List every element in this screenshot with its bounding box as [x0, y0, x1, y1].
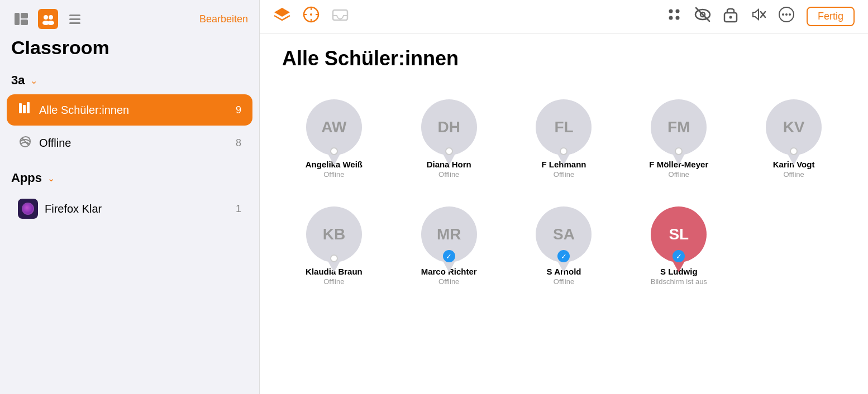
student-status: Offline: [438, 170, 459, 179]
sidebar-header: Bearbeiten: [0, 0, 259, 35]
svg-rect-10: [19, 103, 22, 113]
sidebar: Bearbeiten Classroom 3a ⌄ Alle Schüler:i…: [0, 0, 260, 394]
check-icon: ✓: [557, 250, 570, 262]
svg-point-35: [789, 13, 791, 16]
class-section-label: 3a: [11, 73, 25, 88]
main-panel: Fertig Alle Schüler:innen AWAngelika Wei…: [260, 0, 868, 394]
all-students-label: Alle Schüler:innen: [39, 104, 236, 117]
offline-icon: [18, 134, 32, 152]
svg-point-34: [785, 13, 788, 16]
avatar-wrapper: AW: [303, 88, 365, 155]
lock-icon[interactable]: [723, 6, 738, 27]
svg-marker-13: [274, 8, 290, 17]
avatar-wrapper: KV: [763, 88, 824, 155]
svg-rect-11: [23, 105, 26, 113]
student-card[interactable]: FMF Möller-MeyerOffline: [627, 88, 731, 179]
firefox-item[interactable]: Firefox Klar 1: [7, 192, 252, 225]
svg-point-3: [44, 15, 48, 20]
bearbeiten-button[interactable]: Bearbeiten: [199, 13, 248, 25]
offline-count: 8: [236, 137, 241, 149]
pin-dot: [330, 147, 338, 155]
avatar-wrapper: DH: [418, 88, 480, 155]
compass-icon[interactable]: [302, 6, 320, 27]
mute-icon[interactable]: [750, 6, 766, 27]
svg-point-21: [669, 9, 673, 13]
student-status: Offline: [323, 277, 344, 286]
firefox-count: 1: [236, 203, 241, 215]
inbox-icon[interactable]: [331, 6, 349, 27]
sidebar-people-button[interactable]: [38, 9, 58, 29]
student-status: Offline: [783, 170, 804, 179]
student-card[interactable]: KVKarin VogtOffline: [742, 88, 846, 179]
svg-point-24: [675, 16, 679, 20]
avatar-wrapper: SA✓: [533, 195, 594, 262]
avatar: FM: [651, 99, 707, 155]
avatar-wrapper: SL✓: [648, 195, 709, 262]
apps-section-header[interactable]: Apps ⌄: [0, 165, 259, 191]
pin-dot: [790, 147, 798, 155]
student-status: Offline: [554, 277, 574, 286]
student-status: Offline: [669, 170, 689, 179]
svg-rect-1: [21, 13, 28, 18]
svg-point-6: [47, 21, 54, 25]
svg-rect-2: [21, 20, 28, 25]
main-content: Alle Schüler:innen AWAngelika WeißOfflin…: [260, 33, 868, 394]
student-status: Bildschirm ist aus: [651, 277, 707, 286]
svg-rect-0: [15, 13, 20, 25]
pin-dot: [445, 147, 453, 155]
student-card[interactable]: AWAngelika WeißOffline: [282, 88, 386, 179]
student-status: Offline: [438, 277, 459, 286]
fertig-button[interactable]: Fertig: [807, 7, 855, 26]
all-students-item[interactable]: Alle Schüler:innen 9: [7, 94, 252, 126]
pin-dot: [330, 254, 338, 262]
svg-point-23: [669, 16, 673, 20]
all-students-icon: [18, 101, 32, 119]
avatar-wrapper: MR✓: [418, 195, 480, 262]
eye-off-icon[interactable]: [694, 6, 712, 27]
all-students-count: 9: [236, 104, 241, 116]
student-card[interactable]: MR✓Marco RichterOffline: [397, 195, 501, 286]
main-title: Alle Schüler:innen: [282, 47, 846, 70]
avatar-wrapper: KB: [303, 195, 365, 262]
main-toolbar: Fertig: [260, 0, 868, 33]
student-status: Offline: [554, 170, 574, 179]
svg-rect-12: [27, 102, 30, 113]
avatar-wrapper: FL: [533, 88, 594, 155]
student-status: Offline: [323, 170, 344, 179]
class-chevron-icon: ⌄: [30, 75, 37, 86]
svg-rect-7: [69, 15, 80, 16]
svg-point-29: [729, 16, 732, 19]
student-card[interactable]: SA✓S ArnoldOffline: [512, 195, 616, 286]
student-card[interactable]: FLF LehmannOffline: [512, 88, 616, 179]
avatar: KV: [766, 99, 822, 155]
avatar-wrapper: FM: [648, 88, 709, 155]
student-card[interactable]: KBKlaudia BraunOffline: [282, 195, 386, 286]
apps-grid-icon[interactable]: [666, 6, 683, 27]
student-card[interactable]: SL✓S LudwigBildschirm ist aus: [627, 195, 731, 286]
check-icon: ✓: [673, 250, 685, 262]
student-card[interactable]: DHDiana HornOffline: [397, 88, 501, 179]
apps-section: Apps ⌄ Firefox Klar 1: [0, 165, 259, 227]
firefox-label: Firefox Klar: [45, 203, 236, 215]
offline-item[interactable]: Offline 8: [7, 128, 252, 158]
svg-rect-9: [69, 22, 80, 24]
check-icon: ✓: [443, 250, 455, 262]
layers-icon[interactable]: [273, 6, 291, 27]
more-icon[interactable]: [778, 6, 795, 27]
svg-point-22: [675, 9, 679, 13]
pin-dot: [675, 147, 683, 155]
sidebar-list-button[interactable]: [65, 9, 85, 29]
offline-label: Offline: [39, 137, 236, 150]
toolbar-right: Fertig: [666, 6, 855, 27]
sidebar-title: Classroom: [0, 35, 259, 68]
sidebar-panel-button[interactable]: [11, 9, 31, 29]
firefox-app-icon: [18, 199, 38, 219]
class-section-header[interactable]: 3a ⌄: [0, 68, 259, 93]
students-grid: AWAngelika WeißOfflineDHDiana HornOfflin…: [282, 88, 846, 286]
avatar: AW: [306, 99, 362, 155]
apps-section-label: Apps: [11, 171, 42, 185]
svg-point-15: [310, 13, 312, 16]
svg-point-4: [49, 15, 53, 20]
svg-rect-8: [69, 18, 80, 20]
svg-point-33: [782, 13, 784, 16]
